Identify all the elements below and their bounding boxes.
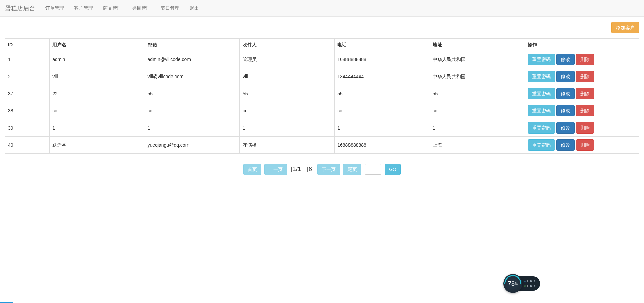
nav-categories[interactable]: 类目管理 (127, 0, 156, 16)
cell-recipient: 花满楼 (239, 137, 334, 154)
page-total: [6] (306, 166, 315, 173)
cell-username: vili (50, 68, 145, 85)
page-last-button[interactable]: 尾页 (343, 164, 361, 175)
cell-operate: 重置密码 修改 删除 (525, 68, 639, 85)
cell-operate: 重置密码 修改 删除 (525, 102, 639, 119)
th-recipient: 收件人 (239, 39, 334, 51)
cell-address: 1 (430, 119, 525, 137)
cell-operate: 重置密码 修改 删除 (525, 51, 639, 68)
cell-operate: 重置密码 修改 删除 (525, 85, 639, 102)
pagination: 首页 上一页 [1/1] [6] 下一页 尾页 GO (5, 164, 639, 175)
cell-address: 上海 (430, 137, 525, 154)
cell-email: yueqiangu@qq.com (145, 137, 239, 154)
th-id: ID (5, 39, 50, 51)
reset-password-button[interactable]: 重置密码 (528, 139, 555, 151)
reset-password-button[interactable]: 重置密码 (528, 54, 555, 65)
cell-address: 55 (430, 85, 525, 102)
cell-email: cc (145, 102, 239, 119)
cell-email: admin@vilicode.com (145, 51, 239, 68)
reset-password-button[interactable]: 重置密码 (528, 105, 555, 116)
edit-button[interactable]: 修改 (556, 88, 575, 99)
top-navbar: 蛋糕店后台 订单管理 客户管理 商品管理 类目管理 节日管理 退出 (0, 0, 644, 17)
page-next-button[interactable]: 下一页 (317, 164, 340, 175)
add-customer-button[interactable]: 添加客户 (611, 22, 639, 33)
cell-email: 1 (145, 119, 239, 137)
cell-id: 37 (5, 85, 50, 102)
cell-username: 跃迁谷 (50, 137, 145, 154)
delete-button[interactable]: 删除 (576, 54, 594, 65)
page-indicator: [1/1] (289, 166, 304, 173)
cell-operate: 重置密码 修改 删除 (525, 119, 639, 137)
th-address: 地址 (430, 39, 525, 51)
cell-recipient: cc (239, 102, 334, 119)
table-header-row: ID 用户名 邮箱 收件人 电话 地址 操作 (5, 39, 639, 51)
edit-button[interactable]: 修改 (556, 105, 575, 116)
cell-address: 中华人民共和国 (430, 51, 525, 68)
cell-email: vili@vilicode.com (145, 68, 239, 85)
cell-id: 40 (5, 137, 50, 154)
cell-username: admin (50, 51, 145, 68)
reset-password-button[interactable]: 重置密码 (528, 88, 555, 99)
th-operate: 操作 (525, 39, 639, 51)
page-number-input[interactable] (365, 164, 381, 175)
nav-holidays[interactable]: 节日管理 (156, 0, 184, 16)
delete-button[interactable]: 删除 (576, 105, 594, 116)
cell-id: 38 (5, 102, 50, 119)
cell-recipient: vili (239, 68, 334, 85)
edit-button[interactable]: 修改 (556, 54, 575, 65)
cell-recipient: 1 (239, 119, 334, 137)
table-row: 372255555555重置密码 修改 删除 (5, 85, 639, 102)
cell-recipient: 管理员 (239, 51, 334, 68)
table-row: 38cccccccccc重置密码 修改 删除 (5, 102, 639, 119)
cell-id: 1 (5, 51, 50, 68)
cell-phone: 1 (335, 119, 430, 137)
nav-orders[interactable]: 订单管理 (40, 0, 69, 16)
cell-operate: 重置密码 修改 删除 (525, 137, 639, 154)
cell-phone: 16888888888 (335, 51, 430, 68)
table-row: 3911111重置密码 修改 删除 (5, 119, 639, 137)
cell-phone: 16888888888 (335, 137, 430, 154)
edit-button[interactable]: 修改 (556, 71, 575, 82)
delete-button[interactable]: 删除 (576, 88, 594, 99)
nav-customers[interactable]: 客户管理 (69, 0, 98, 16)
delete-button[interactable]: 删除 (576, 122, 594, 134)
reset-password-button[interactable]: 重置密码 (528, 71, 555, 82)
delete-button[interactable]: 删除 (576, 139, 594, 151)
th-username: 用户名 (50, 39, 145, 51)
edit-button[interactable]: 修改 (556, 122, 575, 134)
reset-password-button[interactable]: 重置密码 (528, 122, 555, 134)
table-row: 40跃迁谷yueqiangu@qq.com花满楼16888888888上海重置密… (5, 137, 639, 154)
cell-username: 1 (50, 119, 145, 137)
cell-username: 22 (50, 85, 145, 102)
edit-button[interactable]: 修改 (556, 139, 575, 151)
nav-products[interactable]: 商品管理 (98, 0, 127, 16)
cell-username: cc (50, 102, 145, 119)
page-first-button[interactable]: 首页 (243, 164, 261, 175)
cell-address: 中华人民共和国 (430, 68, 525, 85)
nav-logout[interactable]: 退出 (184, 0, 204, 16)
page-prev-button[interactable]: 上一页 (264, 164, 287, 175)
cell-recipient: 55 (239, 85, 334, 102)
cell-phone: 1344444444 (335, 68, 430, 85)
delete-button[interactable]: 删除 (576, 71, 594, 82)
cell-id: 39 (5, 119, 50, 137)
cell-id: 2 (5, 68, 50, 85)
brand-link[interactable]: 蛋糕店后台 (5, 4, 40, 12)
th-phone: 电话 (335, 39, 430, 51)
customer-table: ID 用户名 邮箱 收件人 电话 地址 操作 1adminadmin@vilic… (5, 38, 639, 154)
cell-phone: 55 (335, 85, 430, 102)
page-go-button[interactable]: GO (385, 164, 401, 175)
cell-email: 55 (145, 85, 239, 102)
cell-phone: cc (335, 102, 430, 119)
table-row: 2vilivili@vilicode.comvili1344444444中华人民… (5, 68, 639, 85)
table-row: 1adminadmin@vilicode.com管理员16888888888中华… (5, 51, 639, 68)
th-email: 邮箱 (145, 39, 239, 51)
cell-address: cc (430, 102, 525, 119)
